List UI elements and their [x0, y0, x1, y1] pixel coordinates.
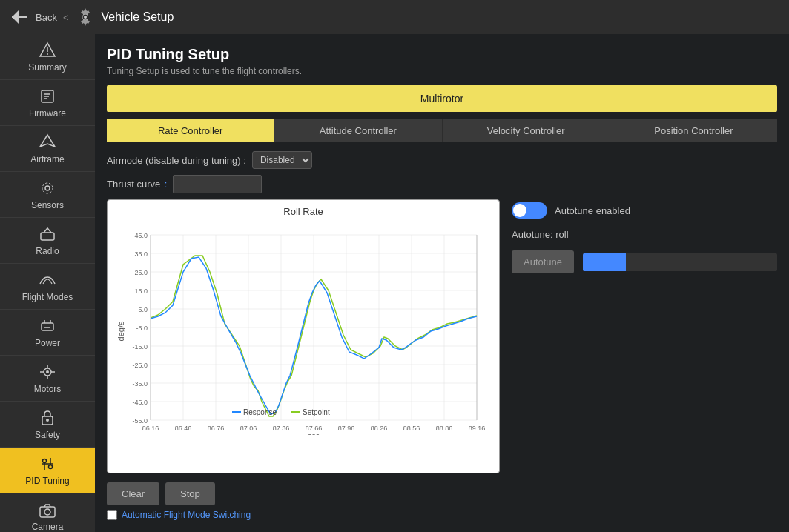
svg-rect-14: [41, 233, 54, 240]
airmode-label: Airmode (disable during tuning) :: [107, 155, 246, 166]
tab-velocity-controller[interactable]: Velocity Controller: [443, 119, 610, 142]
sidebar-label-motors: Motors: [34, 384, 62, 394]
sidebar-item-power[interactable]: Power: [0, 310, 95, 356]
thrust-row: Thrust curve : 0: [107, 175, 777, 193]
pid-tuning-icon: [38, 455, 57, 473]
thrust-input[interactable]: 0: [173, 175, 262, 193]
sidebar-item-camera[interactable]: Camera: [0, 493, 95, 532]
svg-text:-5.0: -5.0: [136, 325, 148, 332]
tab-attitude-controller[interactable]: Attitude Controller: [274, 119, 442, 142]
sidebar-item-flight-modes[interactable]: Flight Modes: [0, 264, 95, 310]
autotune-enabled-toggle[interactable]: [512, 202, 547, 219]
back-arrow-icon: [9, 7, 30, 27]
sidebar-item-airframe[interactable]: Airframe: [0, 126, 95, 172]
tab-rate-controller[interactable]: Rate Controller: [107, 119, 274, 142]
svg-text:35.0: 35.0: [134, 250, 148, 258]
page-title: PID Tuning Setup: [107, 46, 777, 63]
svg-text:87.66: 87.66: [306, 425, 323, 432]
svg-point-26: [46, 419, 49, 422]
flight-modes-icon: [38, 271, 57, 289]
svg-point-33: [44, 509, 50, 515]
auto-flight-label[interactable]: Automatic Flight Mode Switching: [122, 510, 251, 520]
autotune-button[interactable]: Autotune: [512, 250, 574, 273]
svg-text:15.0: 15.0: [134, 287, 148, 295]
svg-text:88.56: 88.56: [403, 425, 420, 432]
autotune-progress-fill: [583, 253, 626, 271]
svg-text:Response: Response: [243, 408, 277, 416]
sidebar-label-radio: Radio: [36, 246, 59, 256]
chart-container: Roll Rate deg/s: [107, 199, 500, 473]
safety-icon: [38, 409, 57, 427]
autotune-progress-bar: [583, 253, 777, 271]
topbar: Back < Vehicle Setup: [0, 0, 789, 34]
toggle-knob: [513, 204, 526, 217]
radio-icon: [38, 225, 57, 243]
sidebar: Summary Firmware Airframe Sensors Radio: [0, 34, 95, 532]
stop-button[interactable]: Stop: [165, 482, 215, 505]
svg-point-20: [46, 370, 49, 373]
svg-text:-45.0: -45.0: [132, 399, 148, 406]
sidebar-label-sensors: Sensors: [31, 200, 64, 210]
sidebar-item-sensors[interactable]: Sensors: [0, 172, 95, 218]
svg-point-4: [84, 16, 87, 19]
svg-point-13: [42, 183, 53, 193]
svg-text:88.86: 88.86: [436, 425, 453, 432]
svg-text:sec: sec: [308, 432, 320, 435]
svg-text:89.16: 89.16: [469, 425, 486, 432]
multirotor-banner: Multirotor: [107, 85, 777, 112]
auto-flight-row: Automatic Flight Mode Switching: [107, 510, 777, 520]
sidebar-item-motors[interactable]: Motors: [0, 356, 95, 402]
autotune-toggle-row: Autotune enabled: [512, 202, 777, 219]
svg-text:86.16: 86.16: [142, 425, 159, 432]
firmware-icon: [38, 87, 57, 105]
clear-button[interactable]: Clear: [107, 482, 159, 505]
svg-text:86.76: 86.76: [208, 425, 225, 432]
content-area: PID Tuning Setup Tuning Setup is used to…: [95, 34, 789, 532]
sidebar-item-firmware[interactable]: Firmware: [0, 80, 95, 126]
sidebar-label-safety: Safety: [35, 430, 60, 440]
sidebar-item-radio[interactable]: Radio: [0, 218, 95, 264]
sidebar-item-safety[interactable]: Safety: [0, 402, 95, 448]
tab-position-controller[interactable]: Position Controller: [610, 119, 777, 142]
svg-text:deg/s: deg/s: [116, 321, 125, 341]
sensors-icon: [38, 179, 57, 197]
summary-icon: [38, 41, 57, 59]
auto-flight-checkbox[interactable]: [107, 510, 117, 520]
sidebar-label-airframe: Airframe: [30, 154, 64, 164]
svg-rect-87: [232, 411, 241, 413]
gear-icon: [75, 7, 96, 27]
svg-text:86.46: 86.46: [175, 425, 192, 432]
thrust-info-icon[interactable]: :: [165, 179, 168, 190]
thrust-label: Thrust curve :: [107, 179, 167, 190]
svg-text:45.0: 45.0: [134, 232, 148, 239]
svg-text:Setpoint: Setpoint: [303, 408, 330, 416]
svg-text:5.0: 5.0: [138, 306, 148, 313]
svg-rect-32: [40, 507, 55, 517]
autotune-panel: Autotune enabled Autotune: roll Autotune: [512, 199, 777, 473]
svg-point-28: [43, 459, 47, 462]
sidebar-label-power: Power: [35, 338, 60, 348]
airframe-icon: [38, 133, 57, 151]
svg-text:25.0: 25.0: [134, 269, 148, 276]
sidebar-label-pid-tuning: PID Tuning: [25, 476, 69, 486]
separator: <: [63, 12, 69, 23]
svg-point-7: [47, 53, 48, 55]
svg-text:87.06: 87.06: [240, 425, 257, 432]
chart-title: Roll Rate: [113, 206, 493, 217]
sidebar-label-camera: Camera: [32, 522, 64, 532]
autotune-axis-label: Autotune: roll: [512, 229, 777, 240]
svg-text:88.26: 88.26: [371, 425, 388, 432]
bottom-row: Clear Stop: [107, 482, 777, 505]
svg-text:87.96: 87.96: [338, 425, 355, 432]
autotune-btn-row: Autotune: [512, 250, 777, 273]
svg-text:-35.0: -35.0: [132, 380, 148, 388]
sidebar-item-summary[interactable]: Summary: [0, 34, 95, 80]
airmode-select[interactable]: Disabled Enabled: [252, 151, 312, 169]
camera-icon: [38, 501, 57, 519]
svg-text:87.36: 87.36: [273, 425, 290, 432]
sidebar-item-pid-tuning[interactable]: PID Tuning: [0, 448, 95, 493]
back-label[interactable]: Back: [36, 12, 57, 23]
svg-text:-25.0: -25.0: [132, 362, 148, 369]
motors-icon: [38, 363, 57, 381]
controller-tabs: Rate Controller Attitude Controller Velo…: [107, 119, 777, 142]
